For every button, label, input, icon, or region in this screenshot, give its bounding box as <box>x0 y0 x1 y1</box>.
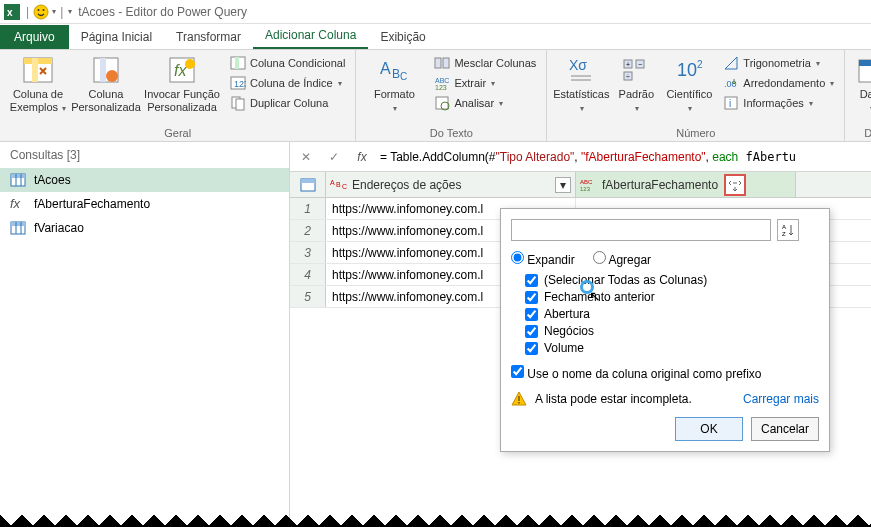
expand-column-button[interactable] <box>724 174 746 196</box>
expand-popup: AZ Expandir Agregar (Selecionar Todas as… <box>500 208 830 452</box>
data-button[interactable]: Data▾ <box>851 52 871 116</box>
svg-text:i: i <box>729 98 731 109</box>
row-number: 5 <box>290 286 326 307</box>
check-column[interactable]: Negócios <box>525 324 819 338</box>
invocar-funcao-button[interactable]: fx Invocar Função Personalizada <box>142 52 222 116</box>
tab-transformar[interactable]: Transformar <box>164 25 253 49</box>
query-label: fVariacao <box>34 221 84 235</box>
row-number: 3 <box>290 242 326 263</box>
table-icon[interactable] <box>290 172 326 197</box>
coluna-personalizada-button[interactable]: Coluna Personalizada <box>74 52 138 116</box>
svg-point-4 <box>43 9 45 11</box>
tab-pagina-inicial[interactable]: Página Inicial <box>69 25 164 49</box>
row-number: 2 <box>290 220 326 241</box>
svg-text:123: 123 <box>435 84 447 91</box>
coluna-indice-button[interactable]: 123Coluna de Índice ▾ <box>226 74 349 92</box>
separator: | <box>26 5 29 19</box>
svg-point-13 <box>185 59 195 69</box>
query-item-fvariacao[interactable]: fVariacao <box>0 216 289 240</box>
estatisticas-button[interactable]: Xσ Estatísticas▾ <box>553 52 609 116</box>
cancel-button[interactable]: Cancelar <box>751 417 819 441</box>
dropdown-arrow-icon[interactable]: ▾ <box>52 7 56 16</box>
svg-rect-23 <box>435 58 441 68</box>
title-bar: x | ▾ | ▾ tAcoes - Editor do Power Query <box>0 0 871 24</box>
padrao-button[interactable]: +÷− Padrão▾ <box>613 52 659 116</box>
tab-adicionar-coluna[interactable]: Adicionar Coluna <box>253 23 368 49</box>
svg-text:C: C <box>342 183 347 190</box>
formula-text[interactable]: = Table.AddColumn(#"Tipo Alterado", "fAb… <box>380 150 865 164</box>
formula-accept-icon[interactable]: ✓ <box>324 147 344 167</box>
svg-text:123: 123 <box>234 79 246 89</box>
trigonometria-button[interactable]: Trigonometria ▾ <box>719 54 838 72</box>
svg-rect-59 <box>518 396 520 401</box>
cursor-icon: ↖ <box>589 288 601 304</box>
svg-rect-9 <box>100 58 106 82</box>
column-label: Endereços de ações <box>352 178 461 192</box>
ribbon: Coluna de Exemplos ▾ Coluna Personalizad… <box>0 50 871 142</box>
svg-text:A: A <box>330 179 335 186</box>
search-columns-input[interactable] <box>511 219 771 241</box>
warning-text: A lista pode estar incompleta. <box>535 392 692 406</box>
grid-header: ABC Endereços de ações ▾ ABC123 fAbertur… <box>290 172 871 198</box>
tab-exibicao[interactable]: Exibição <box>368 25 437 49</box>
smiley-icon[interactable] <box>33 4 49 20</box>
arredondamento-button[interactable]: .00Arredondamento ▾ <box>719 74 838 92</box>
excel-icon: x <box>4 4 20 20</box>
tab-arquivo[interactable]: Arquivo <box>0 25 69 49</box>
extrair-button[interactable]: ABC123Extrair ▾ <box>430 74 540 92</box>
radio-expandir[interactable]: Expandir <box>511 251 575 267</box>
svg-text:Z: Z <box>782 231 786 237</box>
check-prefix[interactable]: Use o nome da coluna original como prefi… <box>511 367 761 381</box>
svg-rect-15 <box>235 57 239 69</box>
row-number: 4 <box>290 264 326 285</box>
cientifico-button[interactable]: 102 Científico▾ <box>663 52 715 116</box>
group-label-data: Da <box>851 125 871 141</box>
svg-text:÷: ÷ <box>626 73 630 80</box>
qat-customize-icon[interactable]: ▾ <box>68 7 72 16</box>
svg-text:Xσ: Xσ <box>569 57 587 73</box>
svg-text:B: B <box>392 67 400 81</box>
svg-text:A: A <box>380 60 391 77</box>
ribbon-group-geral: Coluna de Exemplos ▾ Coluna Personalizad… <box>0 50 356 141</box>
ok-button[interactable]: OK <box>675 417 743 441</box>
svg-text:123: 123 <box>580 186 591 192</box>
svg-rect-24 <box>443 58 449 68</box>
sort-az-button[interactable]: AZ <box>777 219 799 241</box>
formula-cancel-icon[interactable]: ✕ <box>296 147 316 167</box>
query-item-fabertura[interactable]: fx fAberturaFechamento <box>0 192 289 216</box>
svg-text:B: B <box>336 181 341 188</box>
analisar-button[interactable]: Analisar ▾ <box>430 94 540 112</box>
group-label-numero: Número <box>553 125 838 141</box>
queries-pane: Consultas [3] tAcoes fx fAberturaFechame… <box>0 142 290 527</box>
column-header-enderecos[interactable]: ABC Endereços de ações ▾ <box>326 172 576 197</box>
fx-icon: fx <box>10 196 26 212</box>
check-all[interactable]: (Selecionar Todas as Colunas) <box>525 273 819 287</box>
check-column[interactable]: Abertura <box>525 307 819 321</box>
fx-icon[interactable]: fx <box>352 147 372 167</box>
queries-header: Consultas [3] <box>0 142 289 168</box>
svg-rect-19 <box>236 99 244 110</box>
mesclar-colunas-button[interactable]: Mesclar Colunas <box>430 54 540 72</box>
separator: | <box>60 5 63 19</box>
svg-point-3 <box>38 9 40 11</box>
load-more-link[interactable]: Carregar mais <box>743 392 819 406</box>
coluna-condicional-button[interactable]: Coluna Condicional <box>226 54 349 72</box>
ribbon-group-texto: ABC Formato▾ Mesclar Colunas ABC123Extra… <box>356 50 547 141</box>
informacoes-button[interactable]: iInformações ▾ <box>719 94 838 112</box>
svg-point-2 <box>34 5 48 19</box>
check-column[interactable]: Volume <box>525 341 819 355</box>
column-filter-icon[interactable]: ▾ <box>555 177 571 193</box>
svg-rect-51 <box>301 179 315 183</box>
radio-agregar[interactable]: Agregar <box>593 251 651 267</box>
check-column[interactable]: Fechamento anterior <box>525 290 819 304</box>
formato-button[interactable]: ABC Formato▾ <box>362 52 426 116</box>
column-header-fabertura[interactable]: ABC123 fAberturaFechamento <box>576 172 796 197</box>
coluna-exemplos-button[interactable]: Coluna de Exemplos ▾ <box>6 52 70 116</box>
svg-rect-43 <box>11 174 25 178</box>
svg-rect-41 <box>859 60 871 66</box>
torn-edge <box>0 507 871 527</box>
query-item-tacoes[interactable]: tAcoes <box>0 168 289 192</box>
duplicar-coluna-button[interactable]: Duplicar Coluna <box>226 94 349 112</box>
formula-bar: ✕ ✓ fx = Table.AddColumn(#"Tipo Alterado… <box>290 142 871 172</box>
svg-rect-7 <box>32 58 38 82</box>
